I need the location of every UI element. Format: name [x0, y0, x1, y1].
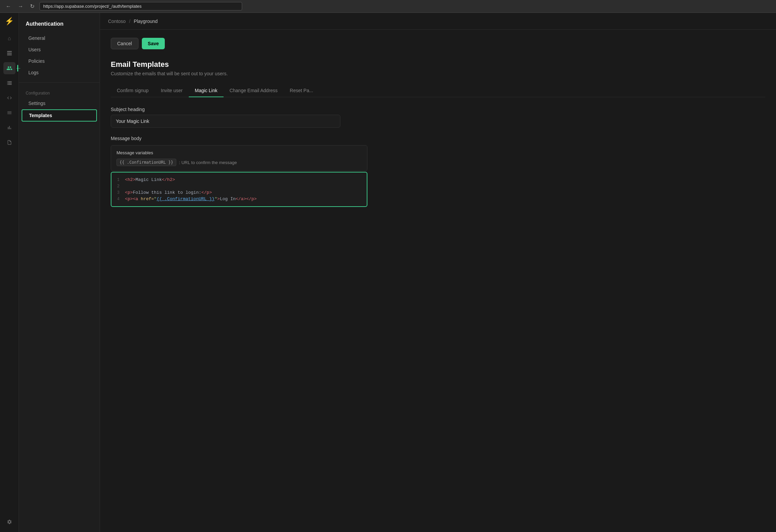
nav-divider	[19, 82, 100, 83]
svg-rect-0	[7, 51, 12, 52]
nav-item-general[interactable]: General	[22, 33, 97, 44]
tab-reset-password[interactable]: Reset Pa...	[284, 84, 319, 97]
sidebar-icon-chart[interactable]	[3, 122, 16, 134]
code-line-1: 1 <h2>Magic Link</h2>	[111, 177, 367, 183]
subject-heading-input[interactable]	[111, 115, 340, 128]
nav-item-users[interactable]: Users	[22, 44, 97, 55]
svg-rect-1	[7, 53, 12, 54]
line-number-1: 1	[111, 178, 125, 182]
sidebar-icon-users[interactable]: ←	[3, 62, 16, 74]
message-body-label: Message body	[111, 136, 765, 141]
url-bar[interactable]	[40, 2, 242, 10]
code-editor[interactable]: 1 <h2>Magic Link</h2> 2 3 <p>Follow this…	[111, 172, 367, 207]
logo-icon[interactable]: ⚡	[5, 17, 14, 26]
sidebar-icon-docs[interactable]	[3, 136, 16, 149]
forward-button[interactable]: →	[16, 3, 25, 10]
tab-change-email[interactable]: Change Email Address	[224, 84, 284, 97]
code-line-4: 4 <p><a href="{{ .ConfirmationURL }}">Lo…	[111, 196, 367, 202]
message-variables-box: Message variables {{ .ConfirmationURL }}…	[111, 145, 367, 171]
code-content-1: <h2>Magic Link</h2>	[125, 177, 367, 182]
line-number-4: 4	[111, 197, 125, 202]
section-title: Email Templates	[111, 60, 765, 69]
sidebar-icon-home[interactable]: ⌂	[3, 32, 16, 45]
nav-item-templates[interactable]: Templates	[22, 109, 97, 122]
line-number-3: 3	[111, 190, 125, 195]
code-content-2	[125, 184, 367, 189]
variable-row: {{ .ConfirmationURL }} : URL to confirm …	[117, 159, 362, 166]
code-line-2: 2	[111, 183, 367, 189]
save-button[interactable]: Save	[142, 38, 165, 49]
variable-desc: : URL to confirm the message	[179, 160, 237, 165]
sidebar-title: Authentication	[19, 18, 100, 32]
line-number-2: 2	[111, 184, 125, 189]
content-area: Cancel Save Email Templates Customize th…	[100, 30, 776, 532]
nav-item-settings[interactable]: Settings	[22, 98, 97, 109]
code-content-4: <p><a href="{{ .ConfirmationURL }}">Log …	[125, 196, 367, 202]
nav-sidebar: Authentication General Users Policies Lo…	[19, 13, 100, 532]
app-container: ⚡ ⌂ ← Authentication General U	[0, 13, 776, 532]
nav-item-policies[interactable]: Policies	[22, 56, 97, 66]
back-button[interactable]: ←	[4, 3, 13, 10]
breadcrumb-project: Contoso	[108, 19, 126, 24]
sidebar-icon-storage[interactable]	[3, 77, 16, 89]
code-content-3: <p>Follow this link to login:</p>	[125, 190, 367, 195]
sidebar-icon-list[interactable]	[3, 107, 16, 119]
main-content: Contoso / Playground Cancel Save Email T…	[100, 13, 776, 532]
browser-bar: ← → ↻	[0, 0, 776, 13]
action-bar: Cancel Save	[111, 38, 765, 49]
tab-confirm-signup[interactable]: Confirm signup	[111, 84, 155, 97]
section-subtitle: Customize the emails that will be sent o…	[111, 71, 765, 76]
tabs-container: Confirm signup Invite user Magic Link Ch…	[111, 84, 765, 97]
variable-code: {{ .ConfirmationURL }}	[117, 159, 176, 166]
icon-sidebar: ⚡ ⌂ ←	[0, 13, 19, 532]
nav-item-logs[interactable]: Logs	[22, 67, 97, 78]
cancel-button[interactable]: Cancel	[111, 38, 138, 49]
top-bar: Contoso / Playground	[100, 13, 776, 30]
sidebar-icon-terminal[interactable]	[3, 92, 16, 104]
tab-invite-user[interactable]: Invite user	[155, 84, 189, 97]
nav-section-configuration: Configuration	[19, 87, 100, 98]
breadcrumb-separator: /	[129, 19, 130, 24]
tab-magic-link[interactable]: Magic Link	[189, 84, 224, 97]
refresh-button[interactable]: ↻	[28, 2, 36, 10]
sidebar-icon-table[interactable]	[3, 47, 16, 59]
sidebar-icon-settings[interactable]	[3, 516, 16, 528]
breadcrumb-page: Playground	[134, 19, 158, 24]
svg-rect-2	[7, 54, 12, 55]
code-line-3: 3 <p>Follow this link to login:</p>	[111, 189, 367, 196]
variables-title: Message variables	[117, 150, 362, 155]
subject-heading-label: Subject heading	[111, 107, 765, 112]
